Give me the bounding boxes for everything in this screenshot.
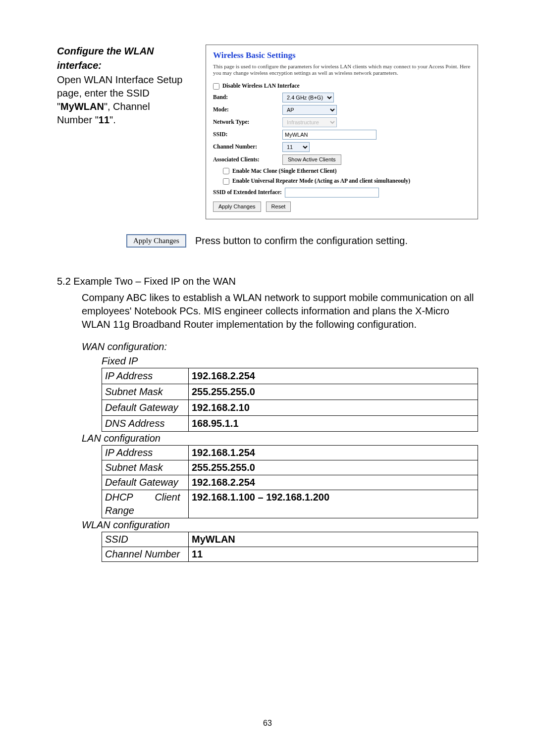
table-row: DHCP Client Range 192.168.1.100 – 192.16… <box>102 490 478 518</box>
band-select[interactable]: 2.4 GHz (B+G) <box>282 93 334 102</box>
table-row: IP Address 192.168.1.254 <box>102 445 478 460</box>
wlan-ssid-label: SSID <box>102 532 189 547</box>
wan-gw-label: Default Gateway <box>102 400 189 415</box>
lan-ip-label: IP Address <box>102 445 189 460</box>
dhcp-word-3: Range <box>105 505 134 516</box>
dhcp-word-1: DHCP <box>105 492 133 503</box>
ext-ssid-input[interactable] <box>285 188 379 198</box>
band-label: Band: <box>213 94 282 101</box>
wan-config-table: IP Address 192.168.2.254 Subnet Mask 255… <box>102 368 478 432</box>
disable-wlan-label: Disable Wireless LAN Interface <box>222 82 300 90</box>
lan-mask-label: Subnet Mask <box>102 460 189 475</box>
wireless-settings-panel: Wireless Basic Settings This page is use… <box>206 45 478 219</box>
wlan-config-table: SSID MyWLAN Channel Number 11 <box>102 532 478 562</box>
wan-fixed-ip-heading: Fixed IP <box>102 354 478 368</box>
table-row: Default Gateway 192.168.2.254 <box>102 475 478 490</box>
ssid-input[interactable] <box>282 130 376 140</box>
wan-ip-label: IP Address <box>102 368 189 384</box>
lan-mask-value: 255.255.255.0 <box>189 460 478 475</box>
wlan-ssid-value: MyWLAN <box>189 532 478 547</box>
network-type-label: Network Type: <box>213 118 282 126</box>
section-5-2-para: Company ABC likes to establish a WLAN ne… <box>82 291 478 331</box>
mac-clone-label: Enable Mac Clone (Single Ethernet Client… <box>232 167 337 175</box>
wlan-config-body: Open WLAN Interface Setup page, enter th… <box>57 73 186 127</box>
lan-ip-value: 192.168.1.254 <box>189 445 478 460</box>
show-active-clients-button[interactable]: Show Active Clients <box>282 154 341 165</box>
wlan-config-heading-1: Configure the WLAN <box>57 45 186 58</box>
lan-config-heading: LAN configuration <box>82 432 478 445</box>
table-row: SSID MyWLAN <box>102 532 478 547</box>
mac-clone-checkbox[interactable] <box>223 168 229 174</box>
wan-gw-value: 192.168.2.10 <box>189 400 478 415</box>
channel-label: Channel Number: <box>213 143 282 151</box>
wlan-body-end: ". <box>109 114 116 125</box>
apply-caption: Press button to confirm the configuratio… <box>195 234 408 248</box>
table-row: IP Address 192.168.2.254 <box>102 368 478 384</box>
lan-config-table: IP Address 192.168.1.254 Subnet Mask 255… <box>102 445 478 518</box>
lan-gw-value: 192.168.2.254 <box>189 475 478 490</box>
table-row: Subnet Mask 255.255.255.0 <box>102 384 478 400</box>
reset-button[interactable]: Reset <box>266 202 291 212</box>
ssid-label: SSID: <box>213 131 282 139</box>
table-row: Default Gateway 192.168.2.10 <box>102 400 478 415</box>
table-row: DNS Address 168.95.1.1 <box>102 415 478 431</box>
wan-dns-label: DNS Address <box>102 415 189 431</box>
mode-select[interactable]: AP <box>282 105 337 115</box>
universal-repeater-label: Enable Universal Repeater Mode (Acting a… <box>232 177 410 185</box>
page-number: 63 <box>0 718 535 729</box>
lan-gw-label: Default Gateway <box>102 475 189 490</box>
wan-mask-label: Subnet Mask <box>102 384 189 400</box>
wlan-body-ssid: MyWLAN <box>60 101 104 112</box>
universal-repeater-checkbox[interactable] <box>223 178 229 185</box>
wlan-config-heading: WLAN configuration <box>82 518 478 532</box>
panel-desc: This page is used to configure the param… <box>213 63 471 76</box>
channel-select[interactable]: 11 <box>282 142 310 152</box>
section-5-2-title: 5.2 Example Two – Fixed IP on the WAN <box>57 275 478 288</box>
table-row: Channel Number 11 <box>102 547 478 561</box>
ext-ssid-label: SSID of Extended Interface: <box>213 189 282 197</box>
wlan-chan-value: 11 <box>189 547 478 561</box>
assoc-clients-label: Associated Clients: <box>213 156 282 164</box>
lan-dhcp-label: DHCP Client Range <box>102 490 189 518</box>
panel-title: Wireless Basic Settings <box>213 50 471 61</box>
wan-dns-value: 168.95.1.1 <box>189 415 478 431</box>
wlan-body-chan: 11 <box>99 114 109 125</box>
wan-config-heading: WAN configuration: <box>82 340 478 353</box>
dhcp-word-2: Client <box>155 492 180 503</box>
disable-wlan-checkbox[interactable] <box>213 83 219 90</box>
mode-label: Mode: <box>213 106 282 114</box>
network-type-select: Infrastructure <box>282 117 337 127</box>
lan-dhcp-value: 192.168.1.100 – 192.168.1.200 <box>189 490 478 518</box>
wlan-config-heading-2: interface: <box>57 59 186 72</box>
wan-ip-value: 192.168.2.254 <box>189 368 478 384</box>
apply-changes-button-large[interactable]: Apply Changes <box>126 234 186 248</box>
wlan-chan-label: Channel Number <box>102 547 189 561</box>
apply-changes-button[interactable]: Apply Changes <box>213 202 261 212</box>
table-row: Subnet Mask 255.255.255.0 <box>102 460 478 475</box>
wan-mask-value: 255.255.255.0 <box>189 384 478 400</box>
